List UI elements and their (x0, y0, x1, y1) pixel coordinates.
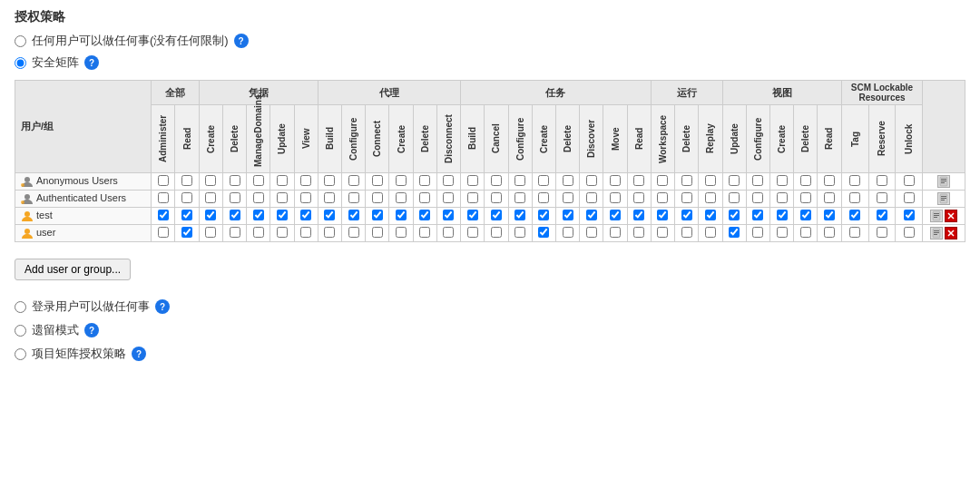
permission-cell[interactable] (651, 173, 674, 191)
delete-button[interactable] (945, 227, 957, 240)
permission-checkbox[interactable] (300, 227, 311, 238)
permission-checkbox[interactable] (181, 175, 192, 186)
permission-cell[interactable] (651, 225, 674, 242)
permission-checkbox[interactable] (514, 227, 525, 238)
permission-checkbox[interactable] (586, 192, 597, 203)
permission-checkbox[interactable] (443, 227, 454, 238)
permission-checkbox[interactable] (538, 175, 549, 186)
permission-cell[interactable] (222, 191, 246, 208)
permission-checkbox[interactable] (904, 210, 915, 220)
permission-checkbox[interactable] (230, 192, 240, 203)
permission-checkbox[interactable] (372, 227, 383, 238)
permission-cell[interactable] (580, 225, 603, 242)
permission-checkbox[interactable] (849, 227, 860, 238)
permission-checkbox[interactable] (324, 210, 335, 220)
permission-cell[interactable] (794, 208, 818, 225)
permission-cell[interactable] (485, 225, 508, 242)
permission-checkbox[interactable] (419, 192, 430, 203)
help-icon-1[interactable]: ? (234, 34, 249, 48)
permission-checkbox[interactable] (877, 227, 887, 238)
permission-cell[interactable] (769, 191, 793, 208)
permission-cell[interactable] (675, 191, 699, 208)
radio-opt1[interactable] (15, 35, 26, 47)
permission-checkbox[interactable] (253, 210, 264, 220)
permission-checkbox[interactable] (443, 192, 454, 203)
permission-cell[interactable] (580, 208, 603, 225)
permission-cell[interactable] (868, 225, 896, 242)
permission-checkbox[interactable] (777, 175, 788, 186)
permission-cell[interactable] (461, 208, 485, 225)
permission-cell[interactable] (485, 208, 508, 225)
radio-option-4[interactable]: 遗留模式 ? (15, 322, 965, 338)
permission-cell[interactable] (366, 173, 389, 191)
permission-checkbox[interactable] (158, 227, 169, 238)
permission-cell[interactable] (651, 208, 674, 225)
help-icon-4[interactable]: ? (84, 323, 99, 337)
permission-checkbox[interactable] (877, 175, 887, 186)
permission-cell[interactable] (247, 208, 270, 225)
permission-checkbox[interactable] (538, 192, 549, 203)
permission-checkbox[interactable] (586, 227, 597, 238)
permission-checkbox[interactable] (181, 210, 192, 220)
permission-checkbox[interactable] (205, 227, 216, 238)
permission-cell[interactable] (485, 191, 508, 208)
permission-checkbox[interactable] (563, 175, 573, 186)
permission-cell[interactable] (555, 208, 579, 225)
permission-cell[interactable] (675, 225, 699, 242)
permission-cell[interactable] (699, 208, 722, 225)
permission-cell[interactable] (222, 173, 246, 191)
permission-cell[interactable] (294, 191, 318, 208)
permission-cell[interactable] (461, 225, 485, 242)
permission-checkbox[interactable] (824, 175, 835, 186)
radio-option-1[interactable]: 任何用户可以做任何事(没有任何限制) ? (15, 33, 965, 49)
permission-checkbox[interactable] (348, 192, 359, 203)
edit-button[interactable] (930, 210, 943, 222)
permission-checkbox[interactable] (443, 175, 454, 186)
permission-checkbox[interactable] (633, 227, 644, 238)
permission-checkbox[interactable] (348, 175, 359, 186)
permission-checkbox[interactable] (324, 192, 335, 203)
permission-checkbox[interactable] (752, 227, 763, 238)
permission-checkbox[interactable] (348, 227, 359, 238)
permission-checkbox[interactable] (610, 175, 621, 186)
permission-checkbox[interactable] (610, 192, 621, 203)
permission-cell[interactable] (603, 191, 627, 208)
permission-checkbox[interactable] (443, 210, 454, 220)
permission-cell[interactable] (841, 191, 868, 208)
permission-cell[interactable] (366, 191, 389, 208)
permission-checkbox[interactable] (324, 175, 335, 186)
permission-cell[interactable] (366, 225, 389, 242)
permission-cell[interactable] (389, 225, 413, 242)
permission-checkbox[interactable] (467, 210, 478, 220)
permission-cell[interactable] (627, 173, 651, 191)
permission-checkbox[interactable] (610, 210, 621, 220)
edit-button[interactable] (937, 175, 950, 188)
permission-cell[interactable] (675, 173, 699, 191)
permission-checkbox[interactable] (800, 192, 811, 203)
permission-cell[interactable] (532, 191, 555, 208)
permission-cell[interactable] (508, 173, 532, 191)
help-icon-5[interactable]: ? (132, 347, 146, 361)
permission-checkbox[interactable] (205, 210, 216, 220)
radio-opt2[interactable] (15, 57, 26, 69)
permission-cell[interactable] (389, 208, 413, 225)
add-user-button[interactable]: Add user or group... (15, 259, 131, 280)
permission-cell[interactable] (896, 225, 923, 242)
permission-cell[interactable] (508, 208, 532, 225)
permission-checkbox[interactable] (158, 192, 169, 203)
permission-checkbox[interactable] (372, 175, 383, 186)
permission-cell[interactable] (436, 173, 460, 191)
radio-option-5[interactable]: 项目矩阵授权策略 ? (15, 346, 965, 362)
permission-cell[interactable] (270, 173, 294, 191)
permission-cell[interactable] (722, 173, 746, 191)
permission-checkbox[interactable] (538, 227, 549, 238)
permission-cell[interactable] (199, 191, 222, 208)
permission-cell[interactable] (818, 191, 841, 208)
permission-checkbox[interactable] (563, 210, 573, 220)
permission-cell[interactable] (485, 173, 508, 191)
permission-checkbox[interactable] (491, 192, 502, 203)
permission-checkbox[interactable] (491, 175, 502, 186)
permission-checkbox[interactable] (849, 192, 860, 203)
permission-cell[interactable] (532, 225, 555, 242)
permission-checkbox[interactable] (277, 227, 288, 238)
